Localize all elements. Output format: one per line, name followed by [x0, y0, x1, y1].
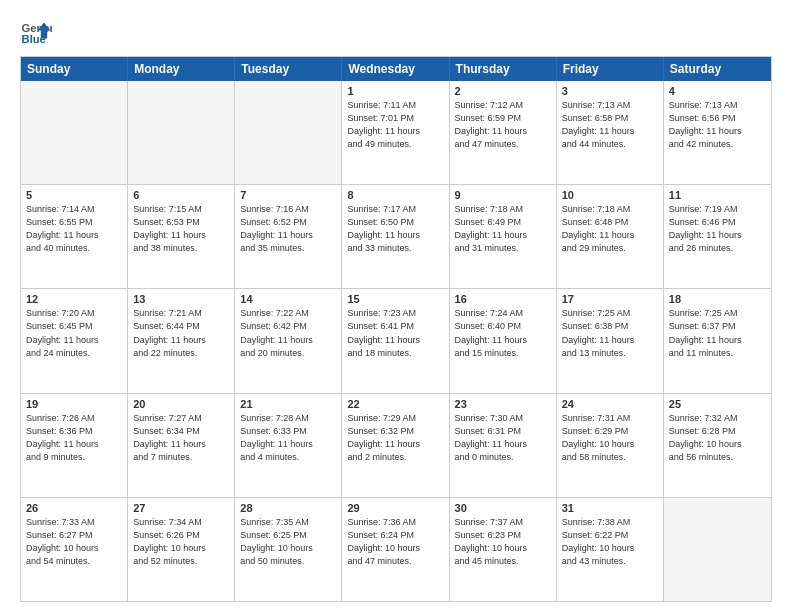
- day-number: 8: [347, 189, 443, 201]
- calendar: SundayMondayTuesdayWednesdayThursdayFrid…: [20, 56, 772, 602]
- calendar-cell: 5Sunrise: 7:14 AM Sunset: 6:55 PM Daylig…: [21, 185, 128, 288]
- calendar-cell: 24Sunrise: 7:31 AM Sunset: 6:29 PM Dayli…: [557, 394, 664, 497]
- day-info: Sunrise: 7:25 AM Sunset: 6:37 PM Dayligh…: [669, 307, 766, 359]
- calendar-cell: 19Sunrise: 7:26 AM Sunset: 6:36 PM Dayli…: [21, 394, 128, 497]
- day-number: 23: [455, 398, 551, 410]
- day-number: 7: [240, 189, 336, 201]
- day-number: 1: [347, 85, 443, 97]
- day-info: Sunrise: 7:28 AM Sunset: 6:33 PM Dayligh…: [240, 412, 336, 464]
- calendar-cell: 25Sunrise: 7:32 AM Sunset: 6:28 PM Dayli…: [664, 394, 771, 497]
- calendar-cell: 8Sunrise: 7:17 AM Sunset: 6:50 PM Daylig…: [342, 185, 449, 288]
- day-number: 11: [669, 189, 766, 201]
- calendar-cell: 20Sunrise: 7:27 AM Sunset: 6:34 PM Dayli…: [128, 394, 235, 497]
- day-info: Sunrise: 7:24 AM Sunset: 6:40 PM Dayligh…: [455, 307, 551, 359]
- day-number: 26: [26, 502, 122, 514]
- day-info: Sunrise: 7:23 AM Sunset: 6:41 PM Dayligh…: [347, 307, 443, 359]
- calendar-cell: 14Sunrise: 7:22 AM Sunset: 6:42 PM Dayli…: [235, 289, 342, 392]
- day-number: 2: [455, 85, 551, 97]
- day-info: Sunrise: 7:30 AM Sunset: 6:31 PM Dayligh…: [455, 412, 551, 464]
- day-number: 6: [133, 189, 229, 201]
- day-info: Sunrise: 7:36 AM Sunset: 6:24 PM Dayligh…: [347, 516, 443, 568]
- day-number: 31: [562, 502, 658, 514]
- day-info: Sunrise: 7:17 AM Sunset: 6:50 PM Dayligh…: [347, 203, 443, 255]
- calendar-row: 19Sunrise: 7:26 AM Sunset: 6:36 PM Dayli…: [21, 393, 771, 497]
- day-number: 21: [240, 398, 336, 410]
- calendar-cell: [128, 81, 235, 184]
- calendar-cell: 10Sunrise: 7:18 AM Sunset: 6:48 PM Dayli…: [557, 185, 664, 288]
- day-number: 22: [347, 398, 443, 410]
- day-info: Sunrise: 7:22 AM Sunset: 6:42 PM Dayligh…: [240, 307, 336, 359]
- calendar-cell: 26Sunrise: 7:33 AM Sunset: 6:27 PM Dayli…: [21, 498, 128, 601]
- day-info: Sunrise: 7:25 AM Sunset: 6:38 PM Dayligh…: [562, 307, 658, 359]
- day-number: 10: [562, 189, 658, 201]
- calendar-cell: 12Sunrise: 7:20 AM Sunset: 6:45 PM Dayli…: [21, 289, 128, 392]
- day-info: Sunrise: 7:38 AM Sunset: 6:22 PM Dayligh…: [562, 516, 658, 568]
- weekday-header: Sunday: [21, 57, 128, 81]
- day-number: 17: [562, 293, 658, 305]
- day-number: 3: [562, 85, 658, 97]
- day-number: 14: [240, 293, 336, 305]
- calendar-cell: 4Sunrise: 7:13 AM Sunset: 6:56 PM Daylig…: [664, 81, 771, 184]
- day-number: 13: [133, 293, 229, 305]
- day-info: Sunrise: 7:18 AM Sunset: 6:48 PM Dayligh…: [562, 203, 658, 255]
- calendar-row: 26Sunrise: 7:33 AM Sunset: 6:27 PM Dayli…: [21, 497, 771, 601]
- logo: General Blue: [20, 16, 52, 48]
- calendar-cell: 7Sunrise: 7:16 AM Sunset: 6:52 PM Daylig…: [235, 185, 342, 288]
- day-number: 29: [347, 502, 443, 514]
- day-number: 15: [347, 293, 443, 305]
- calendar-cell: [21, 81, 128, 184]
- calendar-cell: [235, 81, 342, 184]
- weekday-header: Monday: [128, 57, 235, 81]
- calendar-cell: 16Sunrise: 7:24 AM Sunset: 6:40 PM Dayli…: [450, 289, 557, 392]
- day-info: Sunrise: 7:26 AM Sunset: 6:36 PM Dayligh…: [26, 412, 122, 464]
- day-number: 18: [669, 293, 766, 305]
- weekday-header: Friday: [557, 57, 664, 81]
- calendar-row: 12Sunrise: 7:20 AM Sunset: 6:45 PM Dayli…: [21, 288, 771, 392]
- calendar-cell: 17Sunrise: 7:25 AM Sunset: 6:38 PM Dayli…: [557, 289, 664, 392]
- day-info: Sunrise: 7:20 AM Sunset: 6:45 PM Dayligh…: [26, 307, 122, 359]
- day-info: Sunrise: 7:31 AM Sunset: 6:29 PM Dayligh…: [562, 412, 658, 464]
- day-number: 28: [240, 502, 336, 514]
- day-info: Sunrise: 7:35 AM Sunset: 6:25 PM Dayligh…: [240, 516, 336, 568]
- calendar-cell: 2Sunrise: 7:12 AM Sunset: 6:59 PM Daylig…: [450, 81, 557, 184]
- day-info: Sunrise: 7:12 AM Sunset: 6:59 PM Dayligh…: [455, 99, 551, 151]
- calendar-row: 5Sunrise: 7:14 AM Sunset: 6:55 PM Daylig…: [21, 184, 771, 288]
- day-number: 16: [455, 293, 551, 305]
- calendar-cell: 3Sunrise: 7:13 AM Sunset: 6:58 PM Daylig…: [557, 81, 664, 184]
- calendar-cell: 15Sunrise: 7:23 AM Sunset: 6:41 PM Dayli…: [342, 289, 449, 392]
- day-number: 30: [455, 502, 551, 514]
- calendar-cell: 27Sunrise: 7:34 AM Sunset: 6:26 PM Dayli…: [128, 498, 235, 601]
- calendar-cell: 23Sunrise: 7:30 AM Sunset: 6:31 PM Dayli…: [450, 394, 557, 497]
- calendar-header: SundayMondayTuesdayWednesdayThursdayFrid…: [21, 57, 771, 81]
- weekday-header: Thursday: [450, 57, 557, 81]
- day-info: Sunrise: 7:32 AM Sunset: 6:28 PM Dayligh…: [669, 412, 766, 464]
- calendar-cell: 6Sunrise: 7:15 AM Sunset: 6:53 PM Daylig…: [128, 185, 235, 288]
- day-info: Sunrise: 7:37 AM Sunset: 6:23 PM Dayligh…: [455, 516, 551, 568]
- day-info: Sunrise: 7:33 AM Sunset: 6:27 PM Dayligh…: [26, 516, 122, 568]
- calendar-cell: 9Sunrise: 7:18 AM Sunset: 6:49 PM Daylig…: [450, 185, 557, 288]
- day-number: 5: [26, 189, 122, 201]
- weekday-header: Saturday: [664, 57, 771, 81]
- day-info: Sunrise: 7:16 AM Sunset: 6:52 PM Dayligh…: [240, 203, 336, 255]
- day-number: 9: [455, 189, 551, 201]
- day-number: 19: [26, 398, 122, 410]
- logo-icon: General Blue: [20, 16, 52, 48]
- day-number: 27: [133, 502, 229, 514]
- day-info: Sunrise: 7:18 AM Sunset: 6:49 PM Dayligh…: [455, 203, 551, 255]
- calendar-row: 1Sunrise: 7:11 AM Sunset: 7:01 PM Daylig…: [21, 81, 771, 184]
- calendar-body: 1Sunrise: 7:11 AM Sunset: 7:01 PM Daylig…: [21, 81, 771, 601]
- day-info: Sunrise: 7:21 AM Sunset: 6:44 PM Dayligh…: [133, 307, 229, 359]
- day-number: 20: [133, 398, 229, 410]
- calendar-cell: 29Sunrise: 7:36 AM Sunset: 6:24 PM Dayli…: [342, 498, 449, 601]
- day-info: Sunrise: 7:11 AM Sunset: 7:01 PM Dayligh…: [347, 99, 443, 151]
- day-number: 12: [26, 293, 122, 305]
- calendar-cell: 1Sunrise: 7:11 AM Sunset: 7:01 PM Daylig…: [342, 81, 449, 184]
- calendar-cell: 31Sunrise: 7:38 AM Sunset: 6:22 PM Dayli…: [557, 498, 664, 601]
- weekday-header: Tuesday: [235, 57, 342, 81]
- day-info: Sunrise: 7:15 AM Sunset: 6:53 PM Dayligh…: [133, 203, 229, 255]
- calendar-cell: [664, 498, 771, 601]
- calendar-cell: 18Sunrise: 7:25 AM Sunset: 6:37 PM Dayli…: [664, 289, 771, 392]
- day-number: 25: [669, 398, 766, 410]
- calendar-cell: 30Sunrise: 7:37 AM Sunset: 6:23 PM Dayli…: [450, 498, 557, 601]
- calendar-cell: 21Sunrise: 7:28 AM Sunset: 6:33 PM Dayli…: [235, 394, 342, 497]
